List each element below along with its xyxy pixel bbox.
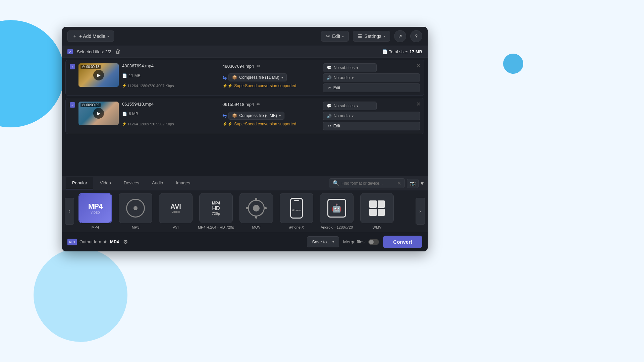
subtitle-button[interactable]: 💬 No subtitles ▾ (323, 102, 377, 110)
save-to-button[interactable]: Save to... ▾ (307, 236, 339, 247)
format-icon-mp4hd: MP4 HD 720p (199, 193, 233, 223)
output-settings-button[interactable]: ⚙ (123, 239, 128, 245)
format-icon-iphone: iPhone (280, 193, 313, 223)
codec-icon: ⚡ (122, 83, 127, 88)
format-item-mp4[interactable]: MP4 VIDEO MP4 (77, 193, 114, 229)
format-items: MP4 VIDEO MP4 MP3 (77, 193, 413, 229)
tab-images[interactable]: Images (170, 177, 196, 189)
settings-icon: ☰ (358, 34, 362, 39)
toggle-knob (369, 240, 374, 244)
subtitle-icon: 💬 (327, 104, 332, 108)
superspeed-icon: ⚡⚡ (222, 83, 232, 88)
format-icon-mp3 (119, 193, 152, 223)
convert-button[interactable]: Convert (383, 236, 422, 248)
file-compress-row: ⇆ 📦 Compress file (11 MB) ▾ (222, 73, 319, 81)
format-item-iphone[interactable]: iPhone iPhone X (278, 193, 315, 229)
superspeed-row: ⚡⚡ SuperSpeed conversion supported (222, 122, 319, 126)
add-media-button[interactable]: ＋ + Add Media ▾ (67, 31, 114, 42)
file-size-icon: 📄 (122, 112, 127, 116)
superspeed-row: ⚡⚡ SuperSpeed conversion supported (222, 83, 319, 88)
file-edit-button[interactable]: ✂ Edit (323, 122, 420, 130)
format-search-input[interactable] (341, 181, 395, 186)
avi-sublabel: VIDEO (172, 210, 180, 214)
file-list-area: ✕ ✓ ⏱ 00:00:18 ▶ 480367694.mp4 480367694… (62, 58, 428, 176)
tab-devices[interactable]: Devices (118, 177, 145, 189)
file-checkbox[interactable]: ✓ (70, 102, 75, 108)
file-thumbnail[interactable]: ⏱ 00:00:18 ▶ (78, 63, 119, 87)
tab-popular[interactable]: Popular (66, 177, 93, 189)
format-item-mp4hd[interactable]: MP4 HD 720p MP4 H.264 - HD 720p (198, 193, 234, 229)
format-label-iphone: iPhone X (289, 225, 304, 229)
windows-quad-3 (369, 209, 377, 216)
selected-files-label: Selected files: 2/2 (77, 49, 111, 54)
file-name-output-row: 480367694.mp4 ✏ (222, 63, 319, 69)
file-subtitle-row: 💬 No subtitles ▾ (323, 63, 420, 72)
compress-label: Compress file (6 MB) (239, 113, 277, 118)
output-format-display: MP4 Output format: MP4 (67, 239, 119, 245)
gear-tooth (255, 216, 257, 219)
file-close-button[interactable]: ✕ (416, 63, 421, 69)
format-label-wmv: WMV (373, 225, 382, 229)
format-search-box[interactable]: 🔍 ✕ (329, 178, 405, 188)
file-thumbnail[interactable]: ⏱ 00:00:09 ▶ (78, 102, 119, 125)
file-name-edit-button[interactable]: ✏ (257, 63, 261, 69)
file-name-out: 061559418.mp4 (222, 102, 254, 107)
thumbnail-duration: ⏱ 00:00:18 (80, 65, 101, 69)
settings-button[interactable]: ☰ Settings ▾ (353, 31, 390, 42)
format-label-mov: MOV (252, 225, 260, 229)
compress-label: Compress file (11 MB) (239, 75, 279, 80)
convert-arrow-icon: ⇆ (222, 113, 227, 119)
edit-button[interactable]: ✂ Edit ▾ (321, 31, 349, 42)
file-checkbox[interactable]: ✓ (70, 64, 75, 69)
compress-icon: 📦 (232, 75, 237, 80)
file-edit-button[interactable]: ✂ Edit (323, 83, 420, 92)
subtitle-label: No subtitles (334, 65, 355, 70)
merge-files-toggle[interactable] (368, 239, 379, 245)
file-info: 061559418.mp4 061559418.mp4 ✏ 💬 No subti… (122, 102, 420, 130)
edit-file-icon: ✂ (328, 85, 331, 90)
file-item: ✕ ✓ ⏱ 00:00:18 ▶ 480367694.mp4 480367694… (65, 60, 424, 96)
help-button[interactable]: ? (410, 30, 422, 42)
carousel-next-button[interactable]: › (416, 198, 425, 225)
format-item-android[interactable]: 🤖 Android - 1280x720 (318, 193, 355, 229)
codec-value: H.264 1280x720 4907 Kbps (128, 84, 174, 88)
compress-button[interactable]: 📦 Compress file (11 MB) ▾ (228, 73, 286, 81)
thumbnail-play-button[interactable]: ▶ (93, 70, 104, 80)
subtitle-button[interactable]: 💬 No subtitles ▾ (323, 63, 377, 72)
audio-button[interactable]: 🔊 No audio ▾ (323, 73, 420, 82)
codec-icon: ⚡ (122, 122, 127, 126)
settings-label: Settings (364, 34, 381, 39)
compress-chevron-icon: ▾ (279, 114, 281, 118)
format-item-mp3[interactable]: MP3 (117, 193, 154, 229)
file-close-button[interactable]: ✕ (416, 101, 421, 107)
share-button[interactable]: ↗ (394, 30, 406, 42)
scan-device-button[interactable]: 📷 (407, 179, 419, 188)
carousel-prev-button[interactable]: ‹ (65, 198, 74, 225)
file-name-edit-button[interactable]: ✏ (257, 102, 261, 107)
format-item-avi[interactable]: AVI VIDEO AVI (157, 193, 194, 229)
delete-selected-button[interactable]: 🗑 (115, 49, 121, 55)
edit-chevron-icon: ▾ (342, 35, 344, 38)
format-item-wmv[interactable]: WMV (359, 193, 395, 229)
search-icon: 🔍 (333, 180, 339, 186)
select-all-checkbox[interactable]: ✓ (67, 49, 73, 54)
output-format-icon: MP4 (67, 239, 77, 245)
thumbnail-play-button[interactable]: ▶ (93, 108, 104, 119)
tab-video[interactable]: Video (94, 177, 117, 189)
audio-button[interactable]: 🔊 No audio ▾ (323, 112, 420, 120)
search-clear-button[interactable]: ✕ (397, 181, 401, 186)
compress-button[interactable]: 📦 Compress file (6 MB) ▾ (228, 112, 284, 120)
windows-quad-2 (378, 200, 385, 208)
tab-audio[interactable]: Audio (146, 177, 169, 189)
collapse-button[interactable]: ▾ (421, 180, 424, 187)
phone-shape: iPhone (290, 198, 303, 219)
mp3-ring (126, 199, 145, 218)
share-icon: ↗ (398, 34, 402, 39)
bg-decoration-dot (503, 54, 523, 74)
format-label-avi: AVI (173, 225, 179, 229)
toolbar: ＋ + Add Media ▾ ✂ Edit ▾ ☰ Settings ▾ ↗ … (62, 27, 428, 46)
file-edit-row: ✂ Edit (323, 83, 420, 92)
format-item-mov[interactable]: MOV (238, 193, 275, 229)
file-name-in: 061559418.mp4 (122, 102, 154, 107)
file-list-header: ✓ Selected files: 2/2 🗑 📄 Total size: 17… (62, 46, 428, 58)
